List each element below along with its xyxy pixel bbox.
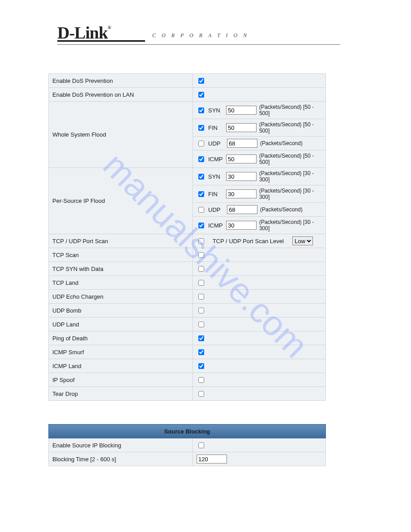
row-enable-src-blocking: Enable Source IP Blocking — [49, 438, 326, 452]
dos-settings-table: Enable DoS Prevention Enable DoS Prevent… — [48, 73, 326, 401]
label-tcp-scan: TCP Scan — [49, 248, 193, 262]
checkbox-ws-icmp[interactable] — [198, 156, 204, 162]
checkbox-ps-icmp[interactable] — [198, 223, 204, 228]
row-per-src-syn: Per-Source IP Flood SYN (Packets/Second)… — [49, 168, 326, 185]
input-ps-syn[interactable] — [226, 172, 257, 181]
label-per-src-flood: Per-Source IP Flood — [49, 168, 193, 234]
row-udp-land: UDP Land — [49, 317, 326, 331]
label-enable-src-blocking: Enable Source IP Blocking — [49, 438, 193, 452]
checkbox-tear-drop[interactable] — [198, 391, 204, 397]
unit-ws-udp: (Packets/Second) — [260, 140, 303, 146]
source-blocking-table: Source Blocking Enable Source IP Blockin… — [48, 424, 326, 466]
label-enable-dos-lan: Enable DoS Prevention on LAN — [49, 88, 193, 102]
row-udp-echo: UDP Echo Chargen — [49, 290, 326, 304]
label-blocking-time: Blocking Time [2 - 600 s] — [49, 452, 193, 466]
checkbox-udp-echo[interactable] — [198, 294, 204, 300]
checkbox-enable-src-blocking[interactable] — [198, 442, 204, 448]
checkbox-icmp-land[interactable] — [198, 363, 204, 369]
input-ws-icmp[interactable] — [226, 154, 257, 163]
row-tcpudp-port-scan: TCP / UDP Port Scan TCP / UDP Port Scan … — [49, 234, 326, 248]
proto-ps-icmp: ICMP — [208, 222, 223, 229]
label-tcpudp-port-scan: TCP / UDP Port Scan — [49, 234, 193, 248]
row-enable-dos: Enable DoS Prevention — [49, 74, 326, 88]
label-udp-land: UDP Land — [49, 317, 193, 331]
label-whole-sys-flood: Whole System Flood — [49, 102, 193, 168]
label-icmp-smurf: ICMP Smurf — [49, 345, 193, 359]
checkbox-tcp-land[interactable] — [198, 280, 204, 286]
brand-subtitle: C O R P O R A T I O N — [152, 32, 249, 42]
checkbox-tcp-syn-data[interactable] — [198, 266, 204, 272]
row-tcp-syn-data: TCP SYN with Data — [49, 262, 326, 276]
checkbox-udp-land[interactable] — [198, 322, 204, 327]
input-ws-syn[interactable] — [226, 106, 257, 115]
select-port-scan-level[interactable]: Low — [292, 236, 313, 245]
unit-ps-syn: (Packets/Second) [30 - 300] — [259, 170, 322, 183]
checkbox-ws-udp[interactable] — [198, 141, 204, 146]
row-icmp-smurf: ICMP Smurf — [49, 345, 326, 359]
unit-ws-icmp: (Packets/Second) [50 - 500] — [259, 153, 322, 165]
row-icmp-land: ICMP Land — [49, 359, 326, 373]
row-tear-drop: Tear Drop — [49, 387, 326, 401]
input-ws-udp[interactable] — [227, 139, 257, 148]
row-whole-sys-syn: Whole System Flood SYN (Packets/Second) … — [49, 102, 326, 119]
label-tcp-land: TCP Land — [49, 276, 193, 290]
label-port-scan-level: TCP / UDP Port Scan Level — [213, 238, 284, 245]
input-blocking-time[interactable] — [197, 455, 227, 463]
page-header: D-Link® C O R P O R A T I O N — [0, 0, 411, 45]
checkbox-udp-bomb[interactable] — [198, 308, 204, 313]
unit-ps-udp: (Packets/Second) — [260, 206, 303, 213]
proto-ps-udp: UDP — [208, 206, 224, 213]
proto-ws-icmp: ICMP — [208, 156, 223, 163]
row-ip-spoof: IP Spoof — [49, 373, 326, 387]
checkbox-ps-udp[interactable] — [198, 207, 204, 213]
unit-ws-fin: (Packets/Second) [50 - 500] — [259, 121, 322, 134]
header-rule — [57, 44, 340, 45]
proto-ws-udp: UDP — [208, 140, 224, 147]
registered-mark: ® — [107, 25, 111, 30]
header-source-blocking: Source Blocking — [49, 425, 326, 438]
row-blocking-time: Blocking Time [2 - 600 s] — [49, 452, 326, 466]
checkbox-ps-fin[interactable] — [198, 191, 204, 197]
brand-text: D-Link — [57, 23, 107, 42]
checkbox-enable-dos[interactable] — [198, 78, 204, 84]
row-enable-dos-lan: Enable DoS Prevention on LAN — [49, 88, 326, 102]
label-enable-dos: Enable DoS Prevention — [49, 74, 193, 88]
label-tear-drop: Tear Drop — [49, 387, 193, 401]
label-ping-of-death: Ping of Death — [49, 331, 193, 345]
label-udp-echo: UDP Echo Chargen — [49, 290, 193, 304]
proto-ws-syn: SYN — [208, 107, 223, 114]
checkbox-ps-syn[interactable] — [198, 174, 204, 180]
input-ps-icmp[interactable] — [226, 221, 257, 230]
label-udp-bomb: UDP Bomb — [49, 304, 193, 317]
input-ws-fin[interactable] — [226, 123, 257, 132]
label-icmp-land: ICMP Land — [49, 359, 193, 373]
label-tcp-syn-data: TCP SYN with Data — [49, 262, 193, 276]
unit-ws-syn: (Packets/Second) [50 - 500] — [259, 104, 322, 116]
checkbox-tcp-scan[interactable] — [198, 252, 204, 258]
checkbox-icmp-smurf[interactable] — [198, 349, 204, 355]
checkbox-ping-of-death[interactable] — [198, 335, 204, 341]
checkbox-ws-syn[interactable] — [198, 107, 204, 113]
label-ip-spoof: IP Spoof — [49, 373, 193, 387]
proto-ps-fin: FIN — [208, 191, 223, 197]
unit-ps-fin: (Packets/Second) [30 - 300] — [259, 188, 322, 200]
checkbox-ip-spoof[interactable] — [198, 377, 204, 383]
row-tcp-scan: TCP Scan — [49, 248, 326, 262]
row-ping-of-death: Ping of Death — [49, 331, 326, 345]
input-ps-udp[interactable] — [227, 205, 257, 214]
proto-ws-fin: FIN — [208, 124, 223, 131]
checkbox-tcpudp-port-scan[interactable] — [198, 238, 204, 244]
proto-ps-syn: SYN — [208, 173, 223, 180]
checkbox-ws-fin[interactable] — [198, 125, 204, 131]
row-tcp-land: TCP Land — [49, 276, 326, 290]
input-ps-fin[interactable] — [226, 189, 257, 198]
row-udp-bomb: UDP Bomb — [49, 304, 326, 317]
checkbox-enable-dos-lan[interactable] — [198, 92, 204, 98]
unit-ps-icmp: (Packets/Second) [30 - 300] — [259, 219, 322, 232]
brand-logo: D-Link® — [57, 24, 145, 42]
